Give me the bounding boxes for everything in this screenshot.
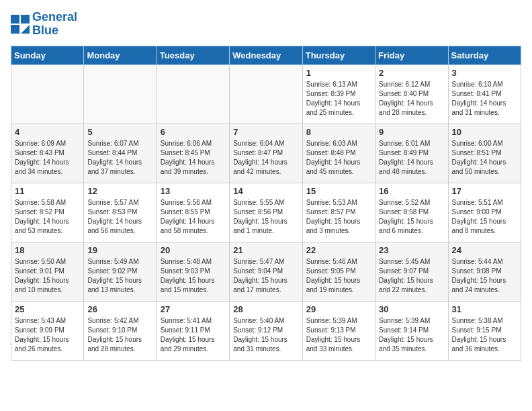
day-number: 3 <box>452 68 517 78</box>
day-number: 21 <box>233 245 298 255</box>
logo-icon <box>11 15 30 34</box>
calendar-week-row: 1Sunrise: 6:13 AM Sunset: 8:39 PM Daylig… <box>11 64 521 124</box>
day-number: 26 <box>87 304 152 314</box>
day-number: 9 <box>379 127 444 137</box>
svg-rect-1 <box>21 15 30 24</box>
day-info: Sunrise: 5:40 AM Sunset: 9:12 PM Dayligh… <box>233 316 298 354</box>
calendar-cell: 16Sunrise: 5:52 AM Sunset: 8:58 PM Dayli… <box>375 183 448 242</box>
logo-blue: Blue <box>32 24 58 37</box>
day-number: 8 <box>306 127 371 137</box>
day-info: Sunrise: 5:57 AM Sunset: 8:53 PM Dayligh… <box>87 198 152 236</box>
day-number: 27 <box>161 304 226 314</box>
day-number: 10 <box>452 127 517 137</box>
calendar-cell: 18Sunrise: 5:50 AM Sunset: 9:01 PM Dayli… <box>11 242 84 301</box>
calendar-cell: 14Sunrise: 5:55 AM Sunset: 8:56 PM Dayli… <box>230 183 302 242</box>
day-number: 12 <box>87 186 152 196</box>
calendar-cell: 24Sunrise: 5:44 AM Sunset: 9:08 PM Dayli… <box>448 242 521 301</box>
day-info: Sunrise: 5:38 AM Sunset: 9:15 PM Dayligh… <box>452 316 517 354</box>
day-number: 29 <box>306 304 371 314</box>
day-number: 11 <box>15 186 80 196</box>
page-header: General Blue <box>11 11 521 38</box>
day-info: Sunrise: 5:53 AM Sunset: 8:57 PM Dayligh… <box>306 198 371 236</box>
day-number: 5 <box>87 127 152 137</box>
day-number: 16 <box>379 186 444 196</box>
calendar-cell: 4Sunrise: 6:09 AM Sunset: 8:43 PM Daylig… <box>11 124 84 183</box>
day-number: 4 <box>15 127 80 137</box>
day-number: 7 <box>233 127 298 137</box>
weekday-sunday: Sunday <box>11 46 84 64</box>
day-info: Sunrise: 5:56 AM Sunset: 8:55 PM Dayligh… <box>161 198 226 236</box>
day-info: Sunrise: 5:47 AM Sunset: 9:04 PM Dayligh… <box>233 257 298 295</box>
day-number: 17 <box>452 186 517 196</box>
calendar-cell: 26Sunrise: 5:42 AM Sunset: 9:10 PM Dayli… <box>84 301 157 360</box>
calendar-cell: 5Sunrise: 6:07 AM Sunset: 8:44 PM Daylig… <box>84 124 157 183</box>
day-number: 18 <box>15 245 80 255</box>
day-info: Sunrise: 6:04 AM Sunset: 8:47 PM Dayligh… <box>233 139 298 177</box>
calendar-cell: 27Sunrise: 5:41 AM Sunset: 9:11 PM Dayli… <box>157 301 229 360</box>
calendar-week-row: 4Sunrise: 6:09 AM Sunset: 8:43 PM Daylig… <box>11 124 521 183</box>
calendar-cell: 31Sunrise: 5:38 AM Sunset: 9:15 PM Dayli… <box>448 301 521 360</box>
day-info: Sunrise: 5:58 AM Sunset: 8:52 PM Dayligh… <box>15 198 80 236</box>
calendar-cell: 29Sunrise: 5:39 AM Sunset: 9:13 PM Dayli… <box>302 301 375 360</box>
logo-text: General Blue <box>32 11 77 38</box>
calendar-cell: 9Sunrise: 6:01 AM Sunset: 8:49 PM Daylig… <box>375 124 448 183</box>
calendar-cell: 28Sunrise: 5:40 AM Sunset: 9:12 PM Dayli… <box>230 301 302 360</box>
day-info: Sunrise: 5:39 AM Sunset: 9:13 PM Dayligh… <box>306 316 371 354</box>
day-info: Sunrise: 5:55 AM Sunset: 8:56 PM Dayligh… <box>233 198 298 236</box>
logo: General Blue <box>11 11 77 38</box>
day-info: Sunrise: 6:00 AM Sunset: 8:51 PM Dayligh… <box>452 139 517 177</box>
day-number: 31 <box>452 304 517 314</box>
weekday-tuesday: Tuesday <box>157 46 229 64</box>
calendar-cell: 2Sunrise: 6:12 AM Sunset: 8:40 PM Daylig… <box>375 64 448 124</box>
day-number: 23 <box>379 245 444 255</box>
calendar-cell: 30Sunrise: 5:39 AM Sunset: 9:14 PM Dayli… <box>375 301 448 360</box>
day-info: Sunrise: 5:39 AM Sunset: 9:14 PM Dayligh… <box>379 316 444 354</box>
day-info: Sunrise: 6:07 AM Sunset: 8:44 PM Dayligh… <box>87 139 152 177</box>
svg-rect-2 <box>11 25 19 34</box>
calendar-cell: 3Sunrise: 6:10 AM Sunset: 8:41 PM Daylig… <box>448 64 521 124</box>
day-number: 30 <box>379 304 444 314</box>
day-info: Sunrise: 5:52 AM Sunset: 8:58 PM Dayligh… <box>379 198 444 236</box>
day-info: Sunrise: 5:44 AM Sunset: 9:08 PM Dayligh… <box>452 257 517 295</box>
day-info: Sunrise: 5:49 AM Sunset: 9:02 PM Dayligh… <box>87 257 152 295</box>
day-number: 24 <box>452 245 517 255</box>
calendar-cell: 15Sunrise: 5:53 AM Sunset: 8:57 PM Dayli… <box>302 183 375 242</box>
day-number: 13 <box>161 186 226 196</box>
calendar-table: SundayMondayTuesdayWednesdayThursdayFrid… <box>11 46 521 361</box>
calendar-cell: 13Sunrise: 5:56 AM Sunset: 8:55 PM Dayli… <box>157 183 229 242</box>
day-number: 22 <box>306 245 371 255</box>
day-info: Sunrise: 6:09 AM Sunset: 8:43 PM Dayligh… <box>15 139 80 177</box>
day-info: Sunrise: 5:45 AM Sunset: 9:07 PM Dayligh… <box>379 257 444 295</box>
day-info: Sunrise: 5:48 AM Sunset: 9:03 PM Dayligh… <box>161 257 226 295</box>
weekday-thursday: Thursday <box>302 46 375 64</box>
svg-marker-3 <box>21 25 30 34</box>
day-number: 6 <box>161 127 226 137</box>
calendar-cell: 20Sunrise: 5:48 AM Sunset: 9:03 PM Dayli… <box>157 242 229 301</box>
day-info: Sunrise: 6:13 AM Sunset: 8:39 PM Dayligh… <box>306 80 371 118</box>
calendar-cell: 7Sunrise: 6:04 AM Sunset: 8:47 PM Daylig… <box>230 124 302 183</box>
weekday-monday: Monday <box>84 46 157 64</box>
calendar-cell: 6Sunrise: 6:06 AM Sunset: 8:45 PM Daylig… <box>157 124 229 183</box>
calendar-header: SundayMondayTuesdayWednesdayThursdayFrid… <box>11 46 521 64</box>
logo-general: General <box>32 10 77 24</box>
day-number: 20 <box>161 245 226 255</box>
day-info: Sunrise: 6:03 AM Sunset: 8:48 PM Dayligh… <box>306 139 371 177</box>
calendar-cell <box>230 64 302 124</box>
weekday-saturday: Saturday <box>448 46 521 64</box>
day-info: Sunrise: 6:12 AM Sunset: 8:40 PM Dayligh… <box>379 80 444 118</box>
calendar-week-row: 25Sunrise: 5:43 AM Sunset: 9:09 PM Dayli… <box>11 301 521 360</box>
day-info: Sunrise: 5:50 AM Sunset: 9:01 PM Dayligh… <box>15 257 80 295</box>
calendar-cell <box>84 64 157 124</box>
day-info: Sunrise: 6:01 AM Sunset: 8:49 PM Dayligh… <box>379 139 444 177</box>
day-info: Sunrise: 6:06 AM Sunset: 8:45 PM Dayligh… <box>161 139 226 177</box>
calendar-cell: 11Sunrise: 5:58 AM Sunset: 8:52 PM Dayli… <box>11 183 84 242</box>
day-number: 15 <box>306 186 371 196</box>
calendar-cell: 22Sunrise: 5:46 AM Sunset: 9:05 PM Dayli… <box>302 242 375 301</box>
day-info: Sunrise: 5:42 AM Sunset: 9:10 PM Dayligh… <box>87 316 152 354</box>
calendar-cell: 25Sunrise: 5:43 AM Sunset: 9:09 PM Dayli… <box>11 301 84 360</box>
calendar-cell: 19Sunrise: 5:49 AM Sunset: 9:02 PM Dayli… <box>84 242 157 301</box>
calendar-cell: 23Sunrise: 5:45 AM Sunset: 9:07 PM Dayli… <box>375 242 448 301</box>
day-number: 1 <box>306 68 371 78</box>
day-number: 14 <box>233 186 298 196</box>
calendar-cell: 10Sunrise: 6:00 AM Sunset: 8:51 PM Dayli… <box>448 124 521 183</box>
